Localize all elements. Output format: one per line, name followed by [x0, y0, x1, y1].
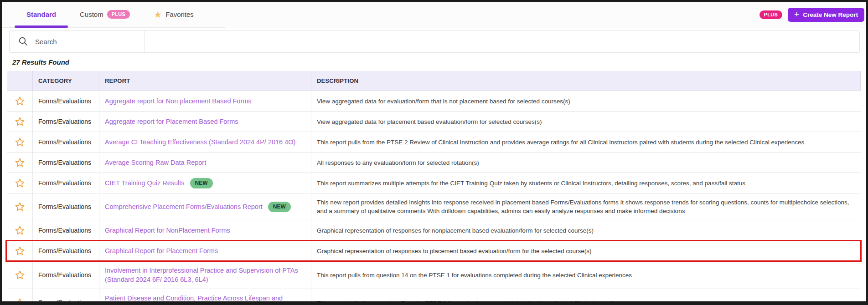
- favorite-star-button[interactable]: [15, 269, 26, 280]
- category-label: Forms/Evaluations: [38, 246, 91, 256]
- favorite-star-button[interactable]: [15, 225, 26, 236]
- favorite-star-button[interactable]: [15, 116, 26, 127]
- tab-favorites-label: Favorites: [165, 10, 194, 18]
- description-text: This report pulls from question 7 on the…: [317, 298, 629, 305]
- tab-strip: Standard Custom PLUS ★ Favorites: [2, 2, 225, 28]
- report-link[interactable]: Aggregate report for Non placement Based…: [105, 97, 252, 106]
- description-cell: Graphical representation of responses to…: [311, 241, 861, 261]
- plus-plan-badge: PLUS: [760, 10, 783, 19]
- category-label: Forms/Evaluations: [38, 137, 91, 147]
- report-link[interactable]: Graphical Report for Placement Forms: [105, 246, 218, 255]
- star-outline-icon: [15, 298, 25, 305]
- description-cell: This report pulls from question 7 on the…: [311, 289, 861, 305]
- search-box[interactable]: [10, 30, 145, 52]
- report-cell: CIET Training Quiz Results NEW: [99, 173, 311, 193]
- favorite-star-button[interactable]: [15, 157, 26, 168]
- search-input[interactable]: [35, 38, 126, 46]
- category-label: Forms/Evaluations: [38, 226, 91, 235]
- description-cell: View aggregated data for placement based…: [311, 112, 861, 132]
- favorite-cell: [7, 241, 33, 261]
- report-cell: Aggregate report for Placement Based For…: [99, 112, 311, 132]
- plus-icon: +: [794, 10, 799, 19]
- category-label: Forms/Evaluations: [38, 202, 91, 212]
- description-text: This new report provides detailed insigh…: [317, 198, 855, 215]
- tab-standard-label: Standard: [26, 10, 56, 18]
- report-link[interactable]: CIET Training Quiz Results: [105, 178, 185, 188]
- category-cell: Forms/Evaluations: [33, 193, 99, 220]
- star-outline-icon: [15, 270, 25, 280]
- header-description: DESCRIPTION: [311, 71, 861, 91]
- favorite-cell: [7, 289, 33, 305]
- reports-table: CATEGORY REPORT DESCRIPTION Forms/Evalua…: [7, 71, 861, 305]
- favorite-cell: [7, 132, 33, 152]
- new-badge: NEW: [268, 202, 291, 212]
- report-link[interactable]: Aggregate report for Placement Based For…: [105, 117, 238, 126]
- star-outline-icon: [15, 202, 25, 212]
- report-cell: Average CI Teaching Effectiveness (Stand…: [99, 132, 311, 152]
- favorite-star-button[interactable]: [15, 137, 26, 147]
- report-link[interactable]: Involvement in Interprofessional Practic…: [105, 266, 305, 284]
- table-row: Forms/Evaluations Average CI Teaching Ef…: [7, 132, 861, 152]
- star-outline-icon: [15, 158, 25, 168]
- category-cell: Forms/Evaluations: [33, 152, 99, 173]
- favorite-star-button[interactable]: [15, 297, 26, 305]
- star-outline-icon: [15, 96, 25, 107]
- report-cell: Average Scoring Raw Data Report: [99, 152, 311, 173]
- category-cell: Forms/Evaluations: [33, 112, 99, 132]
- tab-standard[interactable]: Standard: [15, 2, 68, 27]
- description-text: This report summarizes multiple attempts…: [317, 178, 745, 188]
- tab-favorites[interactable]: ★ Favorites: [142, 2, 206, 27]
- tab-custom[interactable]: Custom PLUS: [68, 2, 142, 27]
- table-row: Forms/Evaluations Patient Disease and Co…: [7, 289, 861, 305]
- report-cell: Graphical Report for Placement Forms: [99, 241, 311, 261]
- favorite-cell: [7, 112, 33, 132]
- toolbar: [9, 30, 860, 53]
- category-cell: Forms/Evaluations: [33, 261, 99, 289]
- category-cell: Forms/Evaluations: [33, 91, 99, 111]
- star-outline-icon: [15, 246, 25, 256]
- favorite-star-button[interactable]: [15, 245, 26, 256]
- reports-page: Standard Custom PLUS ★ Favorites PLUS + …: [0, 0, 868, 305]
- table-row: Forms/Evaluations Aggregate report for P…: [7, 112, 861, 132]
- results-count: 27 Results Found: [12, 58, 69, 66]
- report-link[interactable]: Patient Disease and Condition, Practice …: [105, 294, 305, 305]
- table-row: Forms/Evaluations Aggregate report for N…: [7, 91, 861, 112]
- table-row: Forms/Evaluations Graphical Report for N…: [7, 220, 861, 241]
- description-text: This report pulls from the PTSE 2 Review…: [317, 137, 804, 147]
- report-cell: Comprehensive Placement Forms/Evaluation…: [99, 193, 311, 220]
- create-new-report-button[interactable]: + Create New Report: [788, 8, 864, 22]
- category-cell: Forms/Evaluations: [33, 241, 99, 261]
- favorite-star-button[interactable]: [15, 96, 26, 107]
- favorite-cell: [7, 91, 33, 111]
- report-link[interactable]: Average CI Teaching Effectiveness (Stand…: [105, 137, 295, 147]
- table-row: Forms/Evaluations Average Scoring Raw Da…: [7, 152, 861, 173]
- favorite-star-button[interactable]: [15, 201, 26, 212]
- description-text: Graphical representation of responses to…: [317, 246, 592, 256]
- category-label: Forms/Evaluations: [38, 178, 91, 188]
- search-icon: [18, 36, 28, 46]
- custom-plus-badge: PLUS: [107, 10, 130, 19]
- report-link[interactable]: Graphical Report for NonPlacement Forms: [105, 226, 230, 235]
- category-label: Forms/Evaluations: [38, 117, 91, 127]
- category-label: Forms/Evaluations: [38, 158, 91, 168]
- report-link[interactable]: Average Scoring Raw Data Report: [105, 158, 206, 167]
- category-cell: Forms/Evaluations: [33, 132, 99, 152]
- header-report: REPORT: [99, 71, 311, 91]
- report-link[interactable]: Comprehensive Placement Forms/Evaluation…: [105, 202, 263, 211]
- favorite-cell: [7, 173, 33, 193]
- results-bar: 27 Results Found: [2, 53, 866, 71]
- table-body: Forms/Evaluations Aggregate report for N…: [7, 91, 861, 305]
- favorite-cell: [7, 261, 33, 289]
- category-label: Forms/Evaluations: [38, 97, 91, 106]
- table-row: Forms/Evaluations CIET Training Quiz Res…: [7, 173, 861, 193]
- top-actions: PLUS + Create New Report: [760, 8, 864, 22]
- favorite-star-button[interactable]: [15, 178, 26, 188]
- star-outline-icon: [15, 117, 25, 127]
- description-text: View aggregated data for placement based…: [317, 117, 542, 127]
- header-category: CATEGORY: [33, 71, 99, 91]
- description-cell: All responses to any evaluation/form for…: [311, 152, 861, 173]
- description-cell: Graphical representation of responses fo…: [311, 220, 861, 240]
- description-text: All responses to any evaluation/form for…: [317, 158, 479, 168]
- category-label: Forms/Evaluations: [38, 270, 91, 280]
- tab-custom-label: Custom: [80, 10, 103, 18]
